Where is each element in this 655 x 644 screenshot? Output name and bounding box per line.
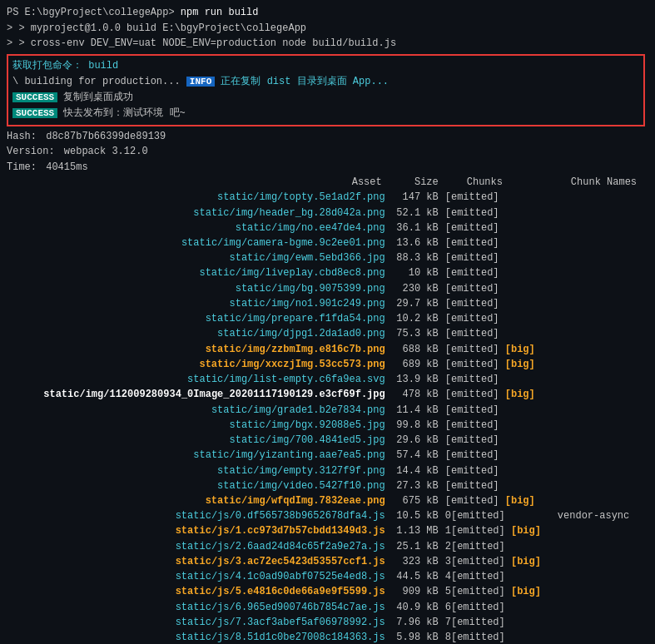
- info-badge: INFO: [186, 77, 215, 87]
- asset-chunknames-cell: [554, 569, 648, 584]
- asset-chunknames-cell: [554, 539, 648, 554]
- asset-chunknames-cell: [554, 615, 648, 630]
- asset-chunknames-cell: [554, 478, 648, 493]
- asset-size-cell: 7.96 kB: [389, 615, 442, 630]
- asset-name-cell: static/img/topty.5e1ad2f.png: [7, 190, 389, 205]
- table-row: static/js/7.3acf3abef5af06978992.js7.96 …: [7, 615, 648, 630]
- asset-name-cell: static/img/bgx.92088e5.jpg: [7, 418, 389, 433]
- table-row: static/img/list-empty.c6fa9ea.svg13.9 kB…: [7, 372, 648, 387]
- asset-chunks-cell: 3[emitted] [big]: [442, 554, 554, 569]
- asset-name-cell: static/img/prepare.f1fda54.png: [7, 311, 389, 326]
- asset-chunknames-cell: [554, 220, 648, 235]
- asset-size-cell: 13.9 kB: [389, 372, 442, 387]
- asset-name-cell: static/img/empty.3127f9f.png: [7, 463, 389, 478]
- table-row: static/img/bgx.92088e5.jpg99.8 kB[emitte…: [7, 418, 648, 433]
- asset-name-cell: static/img/grade1.b2e7834.png: [7, 403, 389, 418]
- table-row: static/img/prepare.f1fda54.png10.2 kB[em…: [7, 311, 648, 326]
- asset-name-cell: static/img/112009280934_0Image_202011171…: [7, 387, 389, 402]
- th-chunknames: Chunk Names: [554, 176, 648, 190]
- success-badge-1: SUCCESS: [12, 92, 57, 102]
- asset-size-cell: 29.7 kB: [389, 296, 442, 311]
- version-value: webpack 3.12.0: [64, 146, 148, 157]
- asset-chunks-cell: [emitted]: [442, 463, 554, 478]
- asset-chunknames-cell: vendor-async: [554, 508, 648, 523]
- success-msg-1: 复制到桌面成功: [63, 92, 133, 103]
- table-row: static/js/3.ac72ec5423d53557ccf1.js323 k…: [7, 554, 648, 569]
- asset-size-cell: 25.1 kB: [389, 539, 442, 554]
- hash-label: Hash:: [7, 131, 37, 142]
- asset-chunks-cell: [emitted]: [442, 478, 554, 493]
- asset-size-cell: 230 kB: [389, 281, 442, 296]
- asset-size-cell: 10 kB: [389, 265, 442, 280]
- table-row: static/img/djpg1.2da1ad0.png75.3 kB[emit…: [7, 326, 648, 341]
- asset-name-cell: static/img/camera-bgme.9c2ee01.png: [7, 235, 389, 250]
- version-line: Version: webpack 3.12.0: [7, 144, 648, 160]
- asset-name-cell: static/img/list-empty.c6fa9ea.svg: [7, 372, 389, 387]
- asset-size-cell: 44.5 kB: [389, 569, 442, 584]
- asset-name-cell: static/js/3.ac72ec5423d53557ccf1.js: [7, 554, 389, 569]
- hash-line: Hash: d8c87b7b66399de89139: [7, 129, 648, 145]
- asset-size-cell: 10.2 kB: [389, 311, 442, 326]
- asset-chunknames-cell: [554, 463, 648, 478]
- asset-chunknames-cell: [554, 342, 648, 357]
- asset-name-cell: static/img/no.ee47de4.png: [7, 220, 389, 235]
- table-row: static/img/xxczjImg.53cc573.png689 kB[em…: [7, 357, 648, 372]
- asset-chunks-cell: 7[emitted]: [442, 615, 554, 630]
- asset-chunknames-cell: [554, 372, 648, 387]
- asset-size-cell: 675 kB: [389, 493, 442, 508]
- asset-chunks-cell: [emitted]: [442, 433, 554, 448]
- asset-chunknames-cell: [554, 493, 648, 508]
- asset-chunknames-cell: [554, 311, 648, 326]
- highlight-box: 获取打包命令： build \ building for production.…: [7, 54, 645, 126]
- asset-size-cell: 14.4 kB: [389, 463, 442, 478]
- asset-name-cell: static/js/5.e4816c0de66a9e9f5599.js: [7, 584, 389, 599]
- asset-chunks-cell: [emitted]: [442, 206, 554, 220]
- asset-table: Asset Size Chunks Chunk Names static/img…: [7, 176, 648, 644]
- building-text: \ building for production...: [12, 76, 181, 87]
- asset-chunks-cell: 2[emitted]: [442, 539, 554, 554]
- asset-size-cell: 689 kB: [389, 357, 442, 372]
- table-row: static/img/topty.5e1ad2f.png147 kB[emitt…: [7, 190, 648, 205]
- asset-size-cell: 99.8 kB: [389, 418, 442, 433]
- table-row: static/js/2.6aad24d84c65f2a9e27a.js25.1 …: [7, 539, 648, 554]
- asset-chunknames-cell: [554, 190, 648, 205]
- build-cmd-text: build: [88, 60, 118, 72]
- asset-name-cell: static/img/yizanting.aae7ea5.png: [7, 448, 389, 463]
- asset-chunks-cell: [emitted]: [442, 281, 554, 296]
- hb-line-1: 获取打包命令： build: [12, 58, 639, 74]
- asset-name-cell: static/js/6.965ed900746b7854c7ae.js: [7, 600, 389, 615]
- table-row: static/img/ewm.5ebd366.jpg88.3 kB[emitte…: [7, 250, 648, 265]
- table-row: static/img/liveplay.cbd8ec8.png10 kB[emi…: [7, 265, 648, 280]
- asset-size-cell: 57.4 kB: [389, 448, 442, 463]
- run-prefix-1: >: [7, 22, 18, 34]
- success-msg-2: 快去发布到：测试环境 吧~: [63, 107, 185, 119]
- asset-name-cell: static/js/1.cc973d7b57cbdd1349d3.js: [7, 523, 389, 538]
- version-label: Version:: [7, 146, 55, 157]
- asset-chunks-cell: [emitted]: [442, 250, 554, 265]
- asset-chunknames-cell: [554, 250, 648, 265]
- asset-chunks-cell: [emitted]: [442, 190, 554, 205]
- hash-value: d8c87b7b66399de89139: [46, 131, 166, 142]
- asset-chunks-cell: 5[emitted] [big]: [442, 584, 554, 599]
- asset-name-cell: static/img/wfqdImg.7832eae.png: [7, 493, 389, 508]
- th-chunks: Chunks: [442, 176, 554, 190]
- th-asset: Asset: [7, 176, 389, 190]
- asset-chunknames-cell: [554, 387, 648, 402]
- table-row: static/js/0.df565738b9652678dfa4.js10.5 …: [7, 508, 648, 523]
- hb-line-4: SUCCESS 快去发布到：测试环境 吧~: [12, 106, 639, 121]
- table-row: static/img/yizanting.aae7ea5.png57.4 kB[…: [7, 448, 648, 463]
- asset-name-cell: static/img/zzbmImg.e816c7b.png: [7, 342, 389, 357]
- asset-chunknames-cell: [554, 448, 648, 463]
- asset-size-cell: 147 kB: [389, 190, 442, 205]
- asset-chunks-cell: [emitted]: [442, 403, 554, 418]
- asset-size-cell: 5.98 kB: [389, 630, 442, 644]
- asset-name-cell: static/img/xxczjImg.53cc573.png: [7, 357, 389, 372]
- asset-name-cell: static/js/7.3acf3abef5af06978992.js: [7, 615, 389, 630]
- asset-name-cell: static/img/ewm.5ebd366.jpg: [7, 250, 389, 265]
- table-row: static/js/6.965ed900746b7854c7ae.js40.9 …: [7, 600, 648, 615]
- run-line-2: > > cross-env DEV_ENV=uat NODE_ENV=produ…: [7, 36, 648, 52]
- terminal-window: PS E:\bgyProject\collegeApp> npm run bui…: [0, 0, 655, 644]
- asset-chunknames-cell: [554, 357, 648, 372]
- asset-chunknames-cell: [554, 235, 648, 250]
- table-row: static/img/700.4841ed5.jpg29.6 kB[emitte…: [7, 433, 648, 448]
